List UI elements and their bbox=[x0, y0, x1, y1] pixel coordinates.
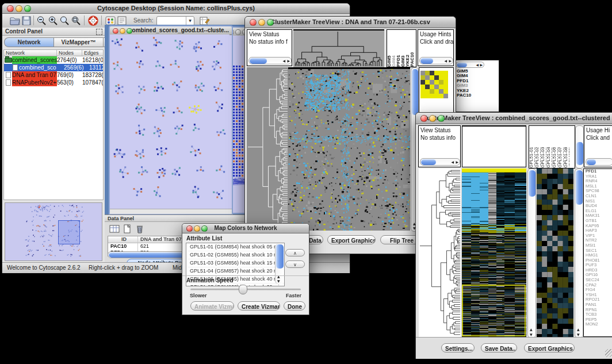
column-header-edges[interactable]: Edges bbox=[82, 50, 103, 56]
side-panel-hscrollbar[interactable]: ◀▶ bbox=[456, 62, 484, 68]
tv2-zoom-vscrollbar[interactable]: ▲▼ bbox=[575, 168, 583, 338]
tv2-heatmap[interactable] bbox=[462, 168, 526, 337]
network-table-row[interactable]: DNA and Tran 07 769(0) 183728(0) bbox=[4, 71, 103, 79]
close-button[interactable] bbox=[113, 28, 118, 34]
treeview2-title-bar[interactable]: ClusterMaker TreeView : combined_scores_… bbox=[416, 113, 612, 124]
tv1-action-button[interactable]: Export Graphics... bbox=[327, 235, 376, 244]
gene-label[interactable]: PAC10 bbox=[456, 93, 471, 98]
move-down-button[interactable]: ∨ bbox=[285, 260, 305, 268]
float-panel-icon[interactable] bbox=[96, 29, 102, 35]
minimize-button[interactable] bbox=[235, 29, 241, 35]
delete-attribute-icon[interactable] bbox=[135, 224, 145, 233]
dialog-button[interactable]: Create Vizmap bbox=[238, 301, 280, 311]
new-attribute-icon[interactable] bbox=[122, 224, 132, 233]
tv2-status-hscrollbar[interactable]: ◀▶ bbox=[420, 158, 460, 166]
attribute-list-item[interactable]: GPL51-01 (GSM854) heat shock 05 min bbox=[188, 243, 284, 251]
tv1-column-labels: GIM5GIM4PFD1GIM3YKE2PAC10 bbox=[387, 29, 416, 67]
zoom-button[interactable] bbox=[438, 115, 445, 122]
network-overview-panel[interactable] bbox=[5, 202, 102, 261]
column-header-nodes[interactable]: Nodes bbox=[57, 50, 82, 56]
gene-label-list: GIM5GIM4PFD1GIM3YKE2PAC10 bbox=[456, 69, 471, 98]
view-status-heading: View Status bbox=[419, 126, 460, 133]
column-label[interactable]: GPL51-07 (GSM868) bbox=[558, 126, 564, 168]
column-label[interactable]: YKE2 bbox=[406, 30, 410, 67]
tv2-action-button[interactable]: Save Data... bbox=[481, 343, 517, 352]
tv2-row-dendrogram[interactable] bbox=[419, 168, 461, 337]
desktop: Cytoscape Desktop (Session Name: collins… bbox=[0, 0, 612, 364]
tv1-column-dendrogram[interactable] bbox=[293, 29, 384, 67]
zoom-button[interactable] bbox=[201, 225, 208, 232]
network-table-row[interactable]: combined_scores 2764(0) 16218(0) bbox=[4, 56, 103, 64]
horizontal-scrollbar[interactable] bbox=[110, 209, 232, 214]
open-session-icon[interactable] bbox=[9, 15, 21, 26]
zoom-selected-icon[interactable] bbox=[59, 15, 70, 26]
network-table-row[interactable]: RNAPuberNov2+ 563(0) 107847(0) bbox=[4, 79, 103, 86]
tv1-row-dendrogram[interactable] bbox=[247, 67, 288, 231]
zoom-button[interactable] bbox=[24, 5, 31, 12]
tv1-hints-hscrollbar[interactable]: ◀▶ bbox=[419, 57, 453, 64]
tv1-zoom-matrix[interactable] bbox=[420, 71, 448, 98]
attribute-list-item[interactable]: GPL51-03 (GSM856) heat shock 15 min bbox=[188, 259, 284, 267]
column-label[interactable]: GPL51-01 (GSM854) bbox=[529, 126, 535, 168]
attribute-list-item[interactable]: GPL51-07 (GSM868) heat shock 60 min bbox=[188, 283, 284, 286]
column-header-network[interactable]: Network bbox=[4, 50, 57, 56]
attribute-list-item[interactable]: GPL51-02 (GSM855) heat shock 10 min bbox=[188, 251, 284, 259]
minimize-button[interactable] bbox=[16, 5, 22, 12]
column-label[interactable]: PAC10 bbox=[410, 30, 415, 67]
help-lifering-icon[interactable] bbox=[87, 15, 99, 26]
close-button[interactable] bbox=[250, 19, 257, 26]
treeview1-title-bar[interactable]: ClusterMaker TreeView : DNA and Tran 07-… bbox=[245, 17, 456, 28]
close-button[interactable] bbox=[420, 115, 427, 122]
dialog-button[interactable]: Done bbox=[284, 301, 305, 311]
tv1-heatmap[interactable] bbox=[288, 67, 410, 231]
column-label[interactable]: PFD1 bbox=[396, 30, 401, 67]
zoom-button[interactable] bbox=[267, 19, 274, 26]
minimize-button[interactable] bbox=[194, 225, 200, 232]
network-table-row[interactable]: combined_sco 2569(6) 13112(15) bbox=[4, 64, 103, 71]
close-button[interactable] bbox=[186, 225, 193, 232]
resize-grip[interactable] bbox=[605, 349, 612, 357]
tv2-bottom-bar: Settings...Save Data...Export Graphics..… bbox=[416, 337, 612, 359]
column-label[interactable]: GPL51-03 (GSM856) bbox=[541, 126, 546, 168]
control-panel-tab[interactable]: VizMapper™ bbox=[53, 37, 103, 47]
column-label[interactable]: GPL51-02 (GSM855) bbox=[535, 126, 541, 168]
column-label[interactable]: GIM4 bbox=[392, 30, 396, 67]
tv2-heatmap-vscrollbar[interactable]: ▲▼ bbox=[527, 168, 536, 338]
close-button[interactable] bbox=[7, 5, 14, 12]
move-up-button[interactable]: ∧ bbox=[285, 249, 305, 256]
select-attributes-icon[interactable] bbox=[109, 224, 120, 233]
slider-thumb[interactable] bbox=[239, 285, 247, 294]
zoom-out-icon[interactable] bbox=[36, 15, 47, 26]
inner-window-title-bar[interactable]: combined_scores_good.txt--cluste... bbox=[110, 26, 232, 35]
column-label[interactable]: GPL51-06 (GSM865) bbox=[552, 126, 558, 168]
save-session-icon[interactable] bbox=[21, 15, 32, 26]
dialog-title-bar[interactable]: Map Colors to Network bbox=[182, 224, 309, 233]
chevron-down-icon[interactable]: ▼ bbox=[186, 17, 194, 25]
tv2-column-tree-panel[interactable] bbox=[462, 125, 526, 167]
dialog-button[interactable]: Animate Vizmap bbox=[190, 301, 234, 311]
column-label[interactable]: GPL51-08 (GSM872) bbox=[564, 126, 569, 168]
tv2-action-button[interactable]: Export Graphics... bbox=[524, 343, 575, 352]
zoom-in-icon[interactable] bbox=[47, 15, 59, 26]
tv2-zoom-heatmap[interactable] bbox=[537, 168, 573, 337]
minimize-button[interactable] bbox=[120, 28, 125, 34]
minimize-button[interactable] bbox=[429, 115, 436, 122]
tv2-hints-hscrollbar[interactable] bbox=[586, 158, 612, 166]
attribute-list-vscrollbar[interactable]: ▲▼ bbox=[275, 244, 284, 284]
control-panel-tab[interactable]: Network bbox=[4, 37, 53, 47]
network-view-window[interactable]: combined_scores_good.txt--cluste... bbox=[109, 25, 233, 214]
zoom-button[interactable] bbox=[127, 28, 132, 34]
minimize-button[interactable] bbox=[258, 19, 265, 26]
gene-label[interactable]: MON2 bbox=[584, 322, 612, 327]
column-label[interactable]: GIM3 bbox=[401, 30, 406, 67]
tv1-status-hscrollbar[interactable]: ◀▶ bbox=[248, 57, 292, 64]
network-view-canvas[interactable] bbox=[110, 35, 230, 208]
zoom-fit-icon[interactable] bbox=[70, 15, 82, 26]
column-label[interactable]: GPL51-04 (GSM857) bbox=[546, 126, 552, 168]
main-title-bar[interactable]: Cytoscape Desktop (Session Name: collins… bbox=[2, 3, 350, 14]
tv2-labels-vscrollbar[interactable] bbox=[575, 125, 584, 168]
tv2-action-button[interactable]: Settings... bbox=[441, 343, 475, 352]
column-label[interactable]: GIM5 bbox=[387, 30, 392, 67]
network-overview-canvas[interactable] bbox=[5, 203, 101, 259]
attribute-list-item[interactable]: GPL51-04 (GSM857) heat shock 20 min bbox=[188, 267, 284, 275]
